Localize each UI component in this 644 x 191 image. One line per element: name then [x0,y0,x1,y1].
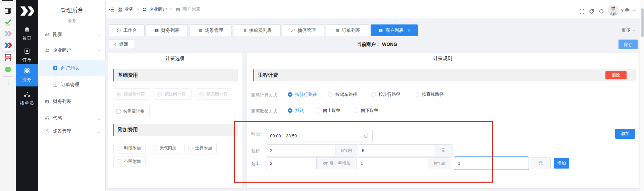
vertical-scrollbar[interactable] [640,0,644,191]
home-icon [24,26,30,33]
order-doc-icon [24,48,30,54]
sidebar-item-couriers[interactable]: 接单员 [16,91,38,106]
exceed-price-input-focused[interactable]: 1 [454,156,529,170]
radio-selected-icon [288,92,292,97]
checkbox-range-extra[interactable]: 范围附加 [113,156,146,167]
radio-driving-path[interactable]: 按驾车路径 [328,91,357,98]
increase-button[interactable]: 增加 [554,158,569,169]
sidebar-item-business-active[interactable]: 业务 [16,64,38,86]
breadcrumb-label: 商户列表 [182,6,201,12]
radio-icon [415,92,419,97]
delete-rule-button[interactable]: 删除 [605,71,627,79]
radio-default-rounding[interactable]: 默认 [288,108,304,114]
add-extension-icon[interactable]: + [4,79,12,87]
tab-commission-management[interactable]: 抽佣管理 [282,24,324,36]
sidebar-item-home[interactable]: 首页 [16,26,38,41]
save-button[interactable]: 保存 [619,40,638,49]
billing-rules-panel: 计费规则 里程计费 删除 距离计算方式 按骑行路径 按驾车路径 按步行路径 按直… [247,53,639,189]
user-menu[interactable]: yulin [621,7,635,12]
exceed-km-input[interactable]: 2 [266,157,317,169]
breadcrumb: 业务 > 企业商户 > 商户列表 [109,0,201,19]
nav-item-label: 跑腿 [53,31,62,38]
rounding-label: 距离取整方式 [251,108,277,114]
nav-item-label: 财务列表 [53,99,71,105]
fullscreen-icon[interactable] [579,8,585,14]
chevron-down-icon [98,116,100,121]
breadcrumb-item-enterprise-merchant[interactable]: 企业商户 [142,6,167,12]
mileage-billing-title: 里程计费 [258,72,278,78]
pdf-icon[interactable]: PDF [4,53,12,62]
breadcrumb-separator: > [137,7,139,12]
radio-round-up[interactable]: 向上取整 [316,108,340,114]
start-price-input[interactable]: 5 [358,144,434,156]
breadcrumb-item-business[interactable]: 业务 [117,6,133,12]
radio-straight-path[interactable]: 按直线路径 [415,91,444,98]
nav-item-paotui[interactable]: 跑腿 [38,28,106,41]
app-logo-icon-inactive[interactable] [4,29,12,38]
nav-item-merchant-list[interactable]: 商户列表 [38,60,106,76]
option-label: 默认 [295,108,304,114]
tab-courier-list[interactable]: 接单员列表 [233,24,281,36]
tag-icon[interactable] [589,8,595,14]
radio-icon [157,92,162,97]
nav-item-finance-list[interactable]: 财务列表 [38,95,106,108]
radio-by-interval[interactable]: 按区间计费 [154,88,192,100]
start-km-input[interactable]: 2 [266,144,335,156]
nav-item-scene-management[interactable]: 场景管理 [38,125,106,138]
radio-icon [354,108,358,113]
checkbox-weather-extra[interactable]: 天气附加 [149,143,181,153]
checkbox-select-extra[interactable]: 选择附加 [184,143,217,153]
exceed-step-input[interactable]: 1 [357,157,428,169]
exceed-km-value: 2 [270,161,272,166]
app-logo-icon-active[interactable] [2,39,14,51]
console-subtitle-wrap: 业务 [43,18,101,24]
chevron-up-icon [98,48,100,53]
back-button[interactable]: 返回 [109,40,134,49]
checkbox-time-extra[interactable]: 时段附加 [113,143,146,153]
more-tabs-dropdown[interactable]: 更多 [622,27,635,33]
merchant-card-icon [175,7,180,12]
radio-selected-icon [288,108,292,113]
tab-finance-list[interactable]: 财务列表 [146,24,188,36]
option-label: 按区间计费 [165,91,186,97]
card-icon [154,28,159,33]
refresh-icon[interactable] [598,8,604,14]
nav-item-order-management[interactable]: 订单管理 [38,78,106,91]
mileage-billing-section-header: 里程计费 [253,69,636,81]
exceed-step-suffix: km 加 [428,157,451,169]
breadcrumb-label: 业务 [124,6,133,12]
radio-riding-path[interactable]: 按骑行路径 [288,91,317,98]
nav-item-driving[interactable]: 代驾 [38,111,106,125]
period-value: 00:00 ~ 23:59 [270,133,297,138]
tab-merchant-list-active[interactable]: 商户列表 × [371,24,418,36]
nav-item-enterprise-merchant[interactable]: 企业商户 [38,44,106,57]
period-label: 时段 [251,131,260,137]
radio-icon [316,108,320,113]
add-rule-button[interactable]: 添加 [615,129,635,139]
browser-chrome-fragment [2,0,13,1]
hao-bookmark-icon[interactable]: hao [4,18,12,26]
tab-workbench[interactable]: 工作台 [109,24,145,36]
user-avatar[interactable] [608,5,619,16]
radio-by-mileage[interactable]: 按里程计费 [113,88,150,100]
collapse-sidebar-icon[interactable] [109,7,114,12]
tab-label: 工作台 [123,27,137,34]
breadcrumb-separator: > [170,7,172,12]
radio-round-down[interactable]: 向下取整 [354,108,378,114]
checkbox-by-weight[interactable]: 按重量计费 [113,106,150,117]
radio-walking-path[interactable]: 按步行路径 [371,91,400,98]
wechat-icon[interactable] [4,65,12,74]
grid-icon [24,68,30,74]
window-panel-icon[interactable] [4,7,12,15]
close-icon[interactable]: × [408,28,410,33]
option-label: 按驾车路径 [335,91,357,98]
tab-scene-management[interactable]: 场景管理 [189,24,232,36]
period-time-input[interactable]: 00:00 ~ 23:59 [266,129,373,142]
checkbox-icon [117,146,121,150]
addon-label: km 加 [434,161,445,166]
scrollbar-thumb[interactable] [641,8,644,37]
radio-by-range[interactable]: 按范围计费 [196,88,233,100]
sidebar-item-orders[interactable]: 订单 [16,48,38,63]
tab-order-list[interactable]: 订单列表 [326,24,369,36]
nav-item-label: 订单管理 [61,82,79,88]
